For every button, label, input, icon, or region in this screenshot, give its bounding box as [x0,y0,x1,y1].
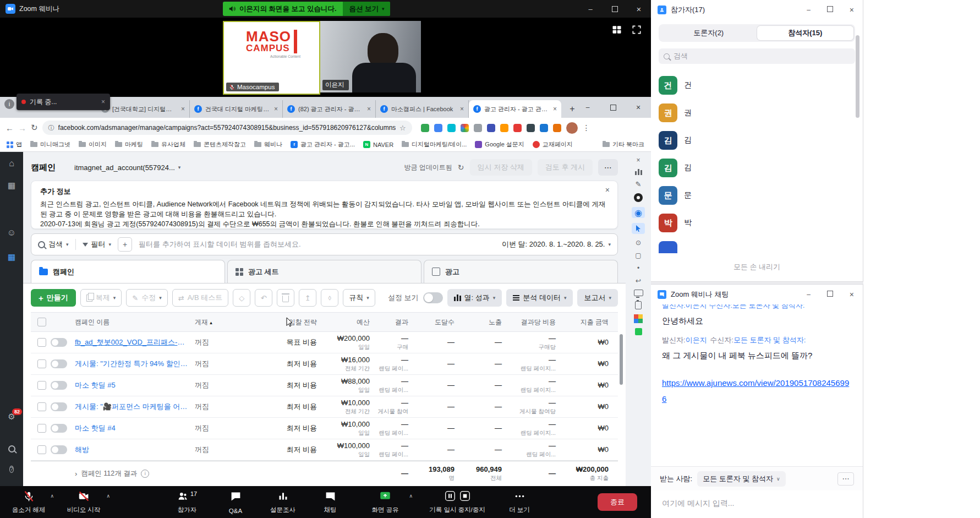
tab-close-icon[interactable]: × [367,105,371,113]
participant-row[interactable]: 김 김 [651,154,863,182]
participant-row[interactable]: 권 권 [651,99,863,127]
profile-avatar[interactable] [566,122,578,134]
tab-campaigns[interactable]: 캠페인 [31,260,225,283]
campaign-toggle[interactable] [51,338,67,347]
row-checkbox[interactable] [37,424,46,433]
reload-icon[interactable]: ↻ [31,123,38,133]
close-button[interactable]: × [627,0,651,18]
clipboard-icon[interactable] [635,301,642,309]
close-icon[interactable]: × [636,156,640,164]
green-swatch-icon[interactable] [635,328,642,335]
view-options-button[interactable]: 옵션 보기 ▾ [343,2,390,16]
tab-adsets[interactable]: 광고 세트 [227,260,421,283]
tab-attendees[interactable]: 참석자(15) [757,26,854,40]
bookmark-item[interactable]: f광고 관리자 - 광고... [291,140,355,149]
extension-icon[interactable] [421,124,429,132]
tab-close-icon[interactable]: × [553,105,557,113]
discard-draft-button[interactable]: 임시 저장 삭제 [470,159,532,176]
campaigns-table-icon[interactable]: ▦ [0,252,23,262]
chat-link[interactable]: https://www.ajunews.com/view/20190517082… [662,375,852,407]
fullscreen-icon[interactable] [631,24,642,35]
campaign-toggle[interactable] [51,381,67,390]
smiley-icon[interactable]: ☺ [0,228,23,238]
bookmark-item[interactable]: 미니매그넷 [30,140,70,149]
browser-tab[interactable]: f (82) 광고 관리자 - 광고 관... × [283,100,376,118]
extension-icon[interactable] [500,124,508,132]
tag-button[interactable]: ⬨ [321,289,338,307]
site-info-icon[interactable]: ⓘ [48,124,54,132]
campaign-name-link[interactable]: fb_ad_챗봇002_VOD_프리패스-졸업원-2천 [75,337,195,347]
ab-test-button[interactable]: ⇄A/B 테스트 [172,289,228,307]
bookmark-item[interactable]: 교재페이지 [533,140,573,149]
chat-button[interactable]: 채팅 [313,489,348,515]
refresh-icon[interactable]: ↻ [458,163,464,172]
mic-options-caret[interactable]: ∧ [50,493,54,499]
col-spend[interactable]: 지출 금액 [563,318,616,327]
participants-search-input[interactable]: 검색 [659,48,855,64]
bookmark-item[interactable]: 디지털마케팅/데이... [402,140,467,149]
row-checkbox[interactable] [37,338,46,347]
table-row[interactable]: 게시물: "기간한정 특가 94% 할인중💖" 꺼짐 최저 비용 ₩16,000… [31,353,618,375]
chart-icon[interactable] [635,169,642,175]
breakdown-button[interactable]: 분석 데이터▾ [506,289,573,307]
dot-icon[interactable]: • [637,264,639,272]
row-checkbox[interactable] [37,359,46,368]
col-budget[interactable]: 예산 [325,318,377,327]
panel-minimize-button[interactable]: – [807,291,811,298]
table-row[interactable]: 마소 핫딜 #5 꺼짐 최저 비용 ₩88,000일일 —랜딩 페이... — … [31,375,618,396]
browser-tab[interactable]: f 마소캠퍼스 | Facebook × [376,100,469,118]
eye-icon[interactable]: ◉ [632,207,645,218]
col-result[interactable]: 결과 [377,318,416,327]
shape-icon[interactable]: ▢ [635,252,641,259]
col-delivery[interactable]: 게재 ▴ [195,318,276,327]
reports-button[interactable]: 보고서▾ [577,289,618,307]
browser-menu-icon[interactable]: ⋮ [583,123,590,132]
maximize-button[interactable] [603,0,627,18]
panel-maximize-button[interactable] [827,6,833,14]
table-row[interactable]: 게시물: "🎥퍼포먼스 마케팅을 어디서부터 ... 꺼짐 최저 비용 ₩10,… [31,396,618,418]
search-button[interactable]: 검색▾ [38,239,69,249]
browser-tab-active[interactable]: f 광고 관리자 - 광고 관리 - 등 × [469,100,561,118]
notice-close-icon[interactable]: × [605,186,610,194]
pencil-icon[interactable]: ✎ [636,180,642,188]
tab-ads[interactable]: 광고 [424,260,618,283]
tab-close-icon[interactable]: × [460,105,464,113]
unmute-button[interactable]: 음소거 해제 ∧ [3,489,54,515]
table-row[interactable]: fb_ad_챗봇002_VOD_프리패스-졸업원-2천 꺼짐 목표 비용 ₩20… [31,332,618,353]
home-icon[interactable]: ⌂ [0,159,23,168]
bookmark-item[interactable]: 앱 [7,140,22,149]
campaign-name-link[interactable]: 마소 핫딜 #5 [75,380,195,390]
table-row[interactable]: 마소 핫딜 #4 꺼짐 최저 비용 ₩10,000일일 —랜딩 페이... — … [31,418,618,439]
bookmark-item[interactable]: Google 설문지 [475,140,524,149]
recipient-selector[interactable]: 모든 토론자 및 참석자 ∨ [697,471,785,487]
columns-button[interactable]: 열: 성과▾ [447,289,502,307]
extension-icon[interactable] [527,124,535,132]
campaign-name-link[interactable]: 해방 [75,445,195,455]
video-thumbnail-masocampus[interactable]: MASO CAMPUS Actionable Content Masocampu… [223,21,320,95]
search-icon[interactable] [0,445,23,455]
participants-scrollbar[interactable] [856,35,859,118]
row-checkbox[interactable] [37,445,46,454]
video-thumbnail-eunji[interactable]: 이은지 [320,21,421,92]
account-selector[interactable]: itmagnet_ad_account(557924...▾ [74,163,180,172]
participant-row[interactable]: 문 문 [651,182,863,209]
color-palette-icon[interactable] [634,314,643,323]
panel-close-button[interactable]: × [850,290,854,299]
col-cost-per-result[interactable]: 결과당 비용 [510,318,563,327]
participant-row[interactable]: 김 김 [651,127,863,154]
browser-maximize-button[interactable] [600,97,626,118]
bookmark-item[interactable]: 유사업체 [151,140,185,149]
campaign-name-link[interactable]: 게시물: "기간한정 특가 94% 할인중💖" [75,359,195,369]
tab-close-icon[interactable]: × [181,105,185,113]
row-checkbox[interactable] [37,402,46,411]
more-button[interactable]: 더 보기 [502,489,537,515]
header-more-button[interactable]: ⋯ [598,159,618,176]
address-bar[interactable]: ⓘ facebook.com/adsmanager/manage/campaig… [42,121,412,135]
lower-all-hands-button[interactable]: 모든 손 내리기 [733,262,780,272]
apps-grid-icon[interactable]: ▦ [0,181,23,190]
col-name[interactable]: 캠페인 이름 [75,318,195,327]
gear-icon[interactable]: ⚙82 [0,412,23,422]
recording-indicator-window[interactable]: 기록 중... × [17,94,110,110]
edit-button[interactable]: ✎수정▾ [126,289,167,307]
participant-row[interactable]: 박 박 [651,209,863,237]
